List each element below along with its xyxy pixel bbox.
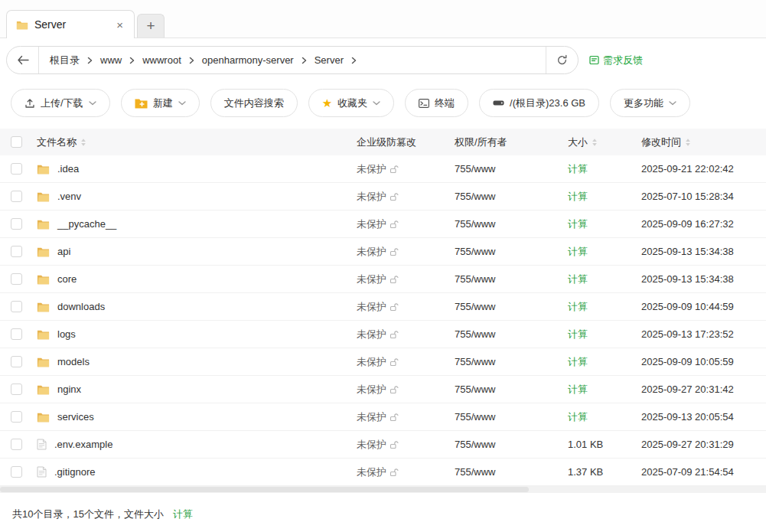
terminal-button[interactable]: 终端 <box>405 89 468 117</box>
select-all-checkbox[interactable] <box>11 136 22 148</box>
file-name-cell[interactable]: logs <box>37 328 357 340</box>
more-functions-button[interactable]: 更多功能 <box>610 89 690 117</box>
file-name-cell[interactable]: models <box>37 356 357 367</box>
table-row[interactable]: .venv 未保护 755/www 计算 2025-07-10 15:28:34 <box>0 183 766 211</box>
sort-icon[interactable] <box>80 138 86 147</box>
table-row[interactable]: __pycache__ 未保护 755/www 计算 2025-09-09 16… <box>0 211 766 238</box>
row-checkbox[interactable] <box>11 246 22 257</box>
tamper-status[interactable]: 未保护 <box>357 410 455 424</box>
row-checkbox[interactable] <box>11 328 22 340</box>
row-checkbox[interactable] <box>11 439 22 450</box>
modified-time: 2025-09-27 20:31:42 <box>641 383 766 395</box>
file-name-cell[interactable]: services <box>37 411 357 423</box>
tamper-status[interactable]: 未保护 <box>357 328 455 341</box>
modified-time: 2025-09-09 10:05:59 <box>641 356 766 367</box>
content-search-button[interactable]: 文件内容搜索 <box>210 89 298 117</box>
row-checkbox[interactable] <box>11 273 22 285</box>
file-table-header: 文件名称 企业级防篡改 权限/所有者 大小 修改时间 <box>0 129 766 155</box>
tamper-status[interactable]: 未保护 <box>357 190 455 204</box>
upload-download-button[interactable]: 上传/下载 <box>11 89 110 117</box>
tamper-status[interactable]: 未保护 <box>357 465 455 479</box>
row-checkbox[interactable] <box>11 411 22 423</box>
file-name-cell[interactable]: .venv <box>37 191 357 202</box>
table-row[interactable]: models 未保护 755/www 计算 2025-09-09 10:05:5… <box>0 348 766 376</box>
tamper-status[interactable]: 未保护 <box>357 217 455 231</box>
tamper-status[interactable]: 未保护 <box>357 355 455 369</box>
table-row[interactable]: logs 未保护 755/www 计算 2025-09-13 17:23:52 <box>0 321 766 348</box>
file-name: api <box>57 246 70 257</box>
tab-server[interactable]: Server × <box>6 10 135 38</box>
favorites-button[interactable]: ★ 收藏夹 <box>308 89 394 117</box>
calc-size-link[interactable]: 计算 <box>173 508 193 521</box>
tamper-status[interactable]: 未保护 <box>357 162 455 176</box>
table-row[interactable]: core 未保护 755/www 计算 2025-09-13 15:34:38 <box>0 266 766 293</box>
new-tab-button[interactable]: + <box>137 14 165 38</box>
tab-close-icon[interactable]: × <box>113 18 126 32</box>
file-size[interactable]: 计算 <box>568 217 641 231</box>
horizontal-scrollbar[interactable] <box>0 486 766 493</box>
disk-space-button[interactable]: /(根目录)23.6 GB <box>479 89 599 117</box>
tamper-status[interactable]: 未保护 <box>357 383 455 397</box>
back-button[interactable] <box>7 47 39 73</box>
folder-icon <box>37 164 50 175</box>
breadcrumb: 根目录 www wwwroot openharmony-server Serve… <box>39 54 546 67</box>
breadcrumb-item-www[interactable]: www <box>100 54 122 66</box>
row-checkbox[interactable] <box>11 218 22 230</box>
table-row[interactable]: .idea 未保护 755/www 计算 2025-09-21 22:02:42 <box>0 155 766 183</box>
row-checkbox[interactable] <box>11 356 22 367</box>
feedback-link[interactable]: 需求反馈 <box>589 54 643 67</box>
file-size[interactable]: 计算 <box>568 355 641 369</box>
row-checkbox[interactable] <box>11 301 22 312</box>
breadcrumb-item-root[interactable]: 根目录 <box>50 54 80 67</box>
file-size[interactable]: 计算 <box>568 383 641 397</box>
file-name-cell[interactable]: api <box>37 246 357 257</box>
tamper-status[interactable]: 未保护 <box>357 438 455 452</box>
file-size[interactable]: 计算 <box>568 328 641 341</box>
chevron-down-icon <box>373 101 380 106</box>
file-icon <box>37 439 47 450</box>
table-row[interactable]: .gitignore 未保护 755/www 1.37 KB 2025-07-0… <box>0 459 766 486</box>
row-checkbox[interactable] <box>11 466 22 478</box>
tab-title: Server <box>34 18 107 31</box>
permissions-owner: 755/www <box>455 273 568 285</box>
file-name: logs <box>57 328 76 340</box>
file-name-cell[interactable]: .idea <box>37 163 357 175</box>
tamper-status[interactable]: 未保护 <box>357 273 455 286</box>
sort-icon[interactable] <box>685 138 691 147</box>
file-size[interactable]: 计算 <box>568 300 641 314</box>
file-size[interactable]: 计算 <box>568 410 641 424</box>
file-name-cell[interactable]: core <box>37 273 357 285</box>
table-row[interactable]: api 未保护 755/www 计算 2025-09-13 15:34:38 <box>0 238 766 266</box>
table-row[interactable]: downloads 未保护 755/www 计算 2025-09-09 10:4… <box>0 293 766 321</box>
file-size[interactable]: 计算 <box>568 273 641 286</box>
breadcrumb-item-openharmony-server[interactable]: openharmony-server <box>202 54 294 66</box>
file-size[interactable]: 1.37 KB <box>568 466 641 478</box>
header-permissions: 权限/所有者 <box>455 135 507 149</box>
file-size[interactable]: 计算 <box>568 190 641 204</box>
modified-time: 2025-09-09 16:27:32 <box>641 218 766 230</box>
row-checkbox[interactable] <box>11 383 22 395</box>
file-name-cell[interactable]: downloads <box>37 301 357 312</box>
table-row[interactable]: nginx 未保护 755/www 计算 2025-09-27 20:31:42 <box>0 376 766 403</box>
row-checkbox[interactable] <box>11 191 22 202</box>
tamper-status[interactable]: 未保护 <box>357 245 455 259</box>
file-name-cell[interactable]: .env.example <box>37 439 357 450</box>
table-row[interactable]: .env.example 未保护 755/www 1.01 KB 2025-09… <box>0 431 766 459</box>
file-name-cell[interactable]: nginx <box>37 383 357 395</box>
file-size[interactable]: 计算 <box>568 162 641 176</box>
new-button[interactable]: 新建 <box>121 89 200 117</box>
file-size[interactable]: 1.01 KB <box>568 439 641 450</box>
sort-icon[interactable] <box>592 138 598 147</box>
tamper-status[interactable]: 未保护 <box>357 300 455 314</box>
file-name-cell[interactable]: .gitignore <box>37 466 357 478</box>
breadcrumb-item-server[interactable]: Server <box>315 54 344 66</box>
file-size[interactable]: 计算 <box>568 245 641 259</box>
file-name-cell[interactable]: __pycache__ <box>37 218 357 230</box>
breadcrumb-bar: 根目录 www wwwroot openharmony-server Serve… <box>6 46 579 74</box>
breadcrumb-item-wwwroot[interactable]: wwwroot <box>142 54 181 66</box>
permissions-owner: 755/www <box>455 246 568 257</box>
refresh-button[interactable] <box>546 47 578 73</box>
scrollbar-thumb[interactable] <box>0 487 529 492</box>
table-row[interactable]: services 未保护 755/www 计算 2025-09-13 20:05… <box>0 403 766 431</box>
row-checkbox[interactable] <box>11 163 22 175</box>
